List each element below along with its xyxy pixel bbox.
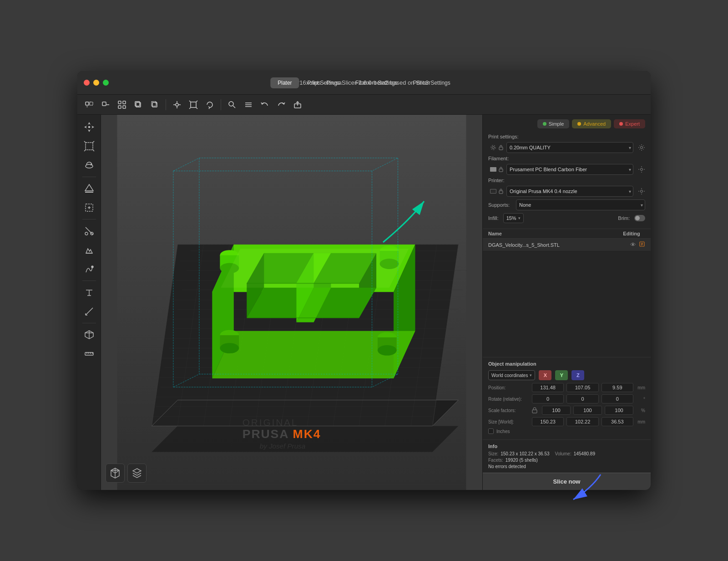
tab-print-settings[interactable]: Print Settings [300,77,347,88]
supports-field[interactable]: None ▾ [516,199,645,210]
toolbar-separator-1 [166,99,166,110]
svg-point-146 [491,145,495,150]
scale-y-value[interactable]: 100 [573,406,602,415]
remove-object-button[interactable] [98,97,113,112]
position-x-value[interactable]: 131.48 [532,383,564,392]
settings-button[interactable] [241,97,256,112]
filament-config-icon[interactable] [638,166,645,173]
info-facets-label: Facets: [488,458,503,463]
svg-line-23 [196,107,197,109]
scale-lock-icon[interactable] [532,407,537,413]
seam-paint-button[interactable] [81,260,98,278]
print-settings-row: Print settings: [488,134,645,139]
svg-rect-149 [499,169,503,172]
mode-expert-button[interactable]: Expert [614,119,645,128]
scale-z-value[interactable]: 100 [605,406,633,415]
tab-printer-settings[interactable]: Printer Settings [406,77,458,88]
filament-arrow: ▾ [629,167,631,172]
position-z-value[interactable]: 9.59 [602,383,633,392]
rotate-3d-button[interactable] [81,157,98,174]
rotate-x-value[interactable]: 0 [532,394,564,403]
printer-field-row: Original Prusa MK4 0.4 nozzle ▾ [488,186,645,197]
rotate-unit: ° [636,397,645,402]
scale-x-value[interactable]: 100 [542,406,571,415]
rotate-y-value[interactable]: 0 [566,394,598,403]
info-volume-value: 145480.89 [574,451,595,456]
svg-point-24 [229,102,233,106]
scale-button[interactable] [186,97,201,112]
svg-rect-3 [102,102,106,106]
viewport-canvas: ORIGINAL PRUSA MK4 by Josef Prusa [101,115,482,490]
svg-marker-144 [133,469,141,473]
scale-lock-container [532,407,537,413]
visibility-icon[interactable]: 👁 [630,241,636,248]
settings-area: Print settings: 0.20mm QU [483,132,651,229]
view-3d-button[interactable] [81,326,98,343]
size-y-value[interactable]: 102.22 [566,417,598,426]
export-button[interactable] [290,97,305,112]
place-on-face-button[interactable] [81,180,98,197]
svg-line-143 [115,470,119,473]
viewport[interactable]: ORIGINAL PRUSA MK4 by Josef Prusa [101,115,482,490]
move-button[interactable] [170,97,184,112]
svg-rect-157 [532,410,537,413]
object-list-spacer [483,251,651,357]
paste-button[interactable] [147,97,162,112]
lt-sep-3 [82,280,96,281]
printer-field[interactable]: Original Prusa MK4 0.4 nozzle ▾ [506,186,633,197]
size-row: Size [World]: 150.23 102.22 36.53 mm [488,417,645,426]
view-3d-perspective-button[interactable] [106,464,125,483]
filament-field[interactable]: Prusament PC Blend Carbon Fiber ▾ [506,164,633,175]
brim-label: Brim: [618,215,630,221]
text-button[interactable] [81,284,98,301]
size-z-value[interactable]: 36.53 [602,417,633,426]
select-rect-button[interactable] [81,199,98,216]
scale-label: Scale factors: [488,408,529,413]
tab-plater[interactable]: Plater [270,77,299,88]
scale-3d-button[interactable] [81,138,98,155]
print-settings-gear-icon [490,144,496,151]
traffic-lights [84,80,109,86]
maximize-button[interactable] [103,80,109,86]
object-list-header: Name Editing [483,229,651,239]
svg-marker-34 [91,126,94,128]
lt-sep-2 [82,219,96,219]
ruler-button[interactable] [81,345,98,362]
mode-advanced-button[interactable]: Advanced [572,119,611,128]
info-size-value: 150.23 x 102.22 x 36.53 [500,451,549,456]
rotate-z-value[interactable]: 0 [602,394,633,403]
edit-icon[interactable] [639,241,645,249]
position-y-value[interactable]: 107.05 [566,383,598,392]
mode-simple-button[interactable]: Simple [537,119,570,128]
close-button[interactable] [84,80,90,86]
measure-button[interactable] [81,303,98,320]
printer-config-icon[interactable] [638,188,645,195]
world-coordinates-button[interactable]: World coordinates ▾ [488,370,535,380]
size-unit: mm [636,419,645,424]
axis-z-label: Z [571,370,584,380]
support-paint-button[interactable] [81,241,98,259]
brim-toggle[interactable] [634,215,645,221]
inches-checkbox[interactable] [488,428,494,434]
add-object-button[interactable]: + [82,97,96,112]
rotate-button[interactable] [202,97,217,112]
printer-arrow: ▾ [629,189,631,194]
minimize-button[interactable] [93,80,99,86]
undo-button[interactable] [258,97,272,112]
move-3d-button[interactable] [81,118,98,136]
view-layers-button[interactable] [127,464,147,483]
print-settings-lock-icon [498,145,504,150]
size-x-value[interactable]: 150.23 [532,417,564,426]
print-settings-config-icon[interactable] [638,144,645,151]
object-list-item[interactable]: DGAS_Velocity...s_5_Short.STL 👁 [483,239,651,251]
print-settings-field[interactable]: 0.20mm QUALITY ▾ [506,142,633,153]
copy-button[interactable] [131,97,146,112]
position-label: Position: [488,385,529,390]
cut-button[interactable] [81,222,98,240]
search-button[interactable] [225,97,239,112]
arrange-button[interactable] [115,97,129,112]
slice-now-button[interactable]: Slice now [483,473,651,490]
tab-filament-settings[interactable]: Filament Settings [348,77,405,88]
infill-value[interactable]: 15% ▾ [503,213,524,223]
redo-button[interactable] [274,97,288,112]
